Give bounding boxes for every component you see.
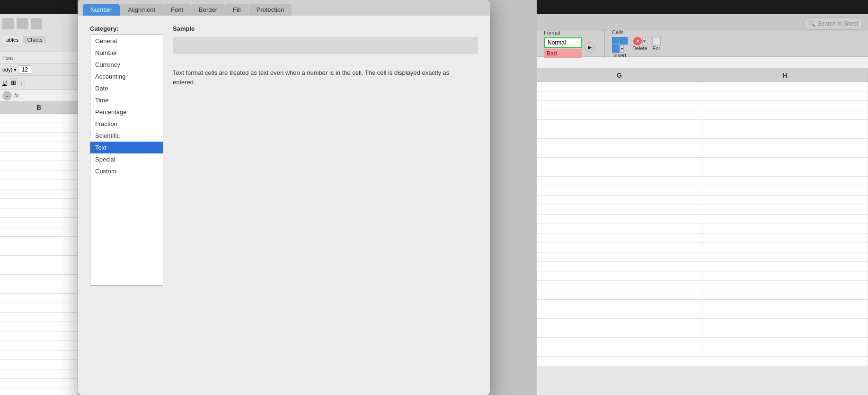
font-size-input[interactable] — [18, 65, 31, 74]
col-headers-right: G H — [537, 69, 868, 82]
bad-cell[interactable]: Bad — [544, 49, 582, 58]
search-bar[interactable]: 🔍 Search in Sheet — [803, 18, 863, 30]
left-ribbon-icons — [0, 14, 78, 33]
format-cells-label: For — [653, 45, 661, 51]
table-row — [537, 224, 868, 233]
table-row — [537, 186, 868, 196]
category-item-general[interactable]: General — [90, 35, 163, 47]
category-item-fraction[interactable]: Fraction — [90, 118, 163, 130]
table-row — [0, 114, 78, 123]
category-item-scientific[interactable]: Scientific — [90, 130, 163, 142]
format-cells-dialog: Number Alignment Font Border Fill Protec… — [78, 0, 490, 395]
borders-button[interactable]: ⊞ — [9, 78, 18, 87]
fx-icon: fx — [14, 92, 18, 99]
table-row — [0, 218, 78, 227]
tab-ables[interactable]: ables — [2, 36, 22, 44]
delete-icon: × — [633, 37, 642, 45]
icon-3 — [31, 18, 42, 29]
icon-1 — [2, 18, 14, 29]
dialog-content: Category: General Number Currency Accoun… — [78, 16, 490, 395]
table-row — [0, 332, 78, 341]
tab-fill[interactable]: Fill — [225, 4, 248, 16]
format-icon — [652, 37, 661, 45]
table-row — [537, 281, 868, 290]
table-row — [0, 322, 78, 332]
table-row — [537, 357, 868, 366]
table-row — [0, 313, 78, 322]
left-ribbon: ables Charts — [0, 14, 78, 52]
tab-alignment[interactable]: Alignment — [120, 4, 163, 16]
table-row — [537, 347, 868, 357]
category-item-percentage[interactable]: Percentage — [90, 106, 163, 118]
table-row — [537, 110, 868, 120]
table-row — [537, 205, 868, 215]
col-header-h: H — [702, 69, 868, 81]
format-section: Format Normal Bad ▶ — [544, 30, 595, 58]
icon-2 — [17, 18, 28, 29]
dialog-row-top: Category: General Number Currency Accoun… — [90, 25, 478, 286]
table-row — [537, 177, 868, 186]
tab-charts[interactable]: Charts — [23, 36, 46, 44]
play-button[interactable]: ▶ — [585, 42, 595, 53]
delete-label: Delete — [632, 45, 647, 51]
font-name: ody) — [2, 67, 12, 72]
table-row — [537, 309, 868, 319]
left-spreadsheet-bg: ables Charts Font ody) ▾ U ⊞ | ← fx B — [0, 0, 78, 395]
tab-number[interactable]: Number — [83, 4, 120, 16]
delete-icon-container: × ▾ — [633, 37, 646, 45]
category-item-date[interactable]: Date — [90, 82, 163, 94]
table-row — [0, 294, 78, 303]
table-row — [537, 252, 868, 262]
underline-button[interactable]: U — [2, 79, 7, 86]
table-row — [537, 91, 868, 101]
insert-button-group[interactable]: ▾ Insert — [612, 37, 628, 58]
category-list[interactable]: General Number Currency Accounting Date — [90, 35, 163, 286]
delete-button-group[interactable]: × ▾ Delete — [632, 37, 647, 58]
table-row — [0, 171, 78, 180]
font-section: Font — [0, 52, 78, 64]
right-toolbar — [537, 0, 868, 14]
category-item-number[interactable]: Number — [90, 47, 163, 59]
format-button-group[interactable]: For — [652, 37, 661, 58]
table-row — [0, 341, 78, 350]
category-item-currency[interactable]: Currency — [90, 59, 163, 71]
table-row — [537, 158, 868, 167]
tab-protection[interactable]: Protection — [249, 4, 292, 16]
right-ribbon-body: Format Normal Bad ▶ Cells — [537, 31, 868, 57]
table-row — [537, 82, 868, 91]
category-item-time[interactable]: Time — [90, 94, 163, 106]
table-row — [537, 148, 868, 158]
col-header-b: B — [0, 102, 78, 114]
category-item-text[interactable]: Text — [90, 142, 163, 153]
tab-border[interactable]: Border — [191, 4, 225, 16]
category-item-custom[interactable]: Custom — [90, 165, 163, 177]
delete-arrow: ▾ — [642, 37, 646, 45]
insert-arrow: ▾ — [620, 45, 624, 53]
table-row — [537, 319, 868, 328]
search-placeholder: Search in Sheet — [818, 20, 858, 27]
insert-icon-cell2 — [620, 37, 628, 45]
table-row — [0, 152, 78, 161]
table-row — [537, 338, 868, 347]
tab-font[interactable]: Font — [163, 4, 191, 16]
category-item-special[interactable]: Special — [90, 153, 163, 165]
table-row — [0, 161, 78, 171]
table-row — [537, 328, 868, 338]
table-row — [0, 256, 78, 265]
sample-label: Sample — [173, 25, 478, 32]
table-row — [0, 360, 78, 369]
category-item-accounting[interactable]: Accounting — [90, 71, 163, 82]
normal-cell[interactable]: Normal — [544, 37, 582, 48]
table-row — [537, 120, 868, 129]
table-row — [537, 139, 868, 148]
table-row — [0, 284, 78, 294]
insert-icon-cell1 — [612, 37, 620, 45]
table-row — [0, 208, 78, 218]
cells-section: Cells ▾ Insert — [604, 29, 661, 58]
back-button[interactable]: ← — [2, 91, 12, 100]
table-row — [0, 303, 78, 313]
table-row — [537, 215, 868, 224]
table-row — [0, 133, 78, 142]
table-row — [0, 142, 78, 152]
insert-grid-icon: ▾ — [612, 37, 628, 53]
